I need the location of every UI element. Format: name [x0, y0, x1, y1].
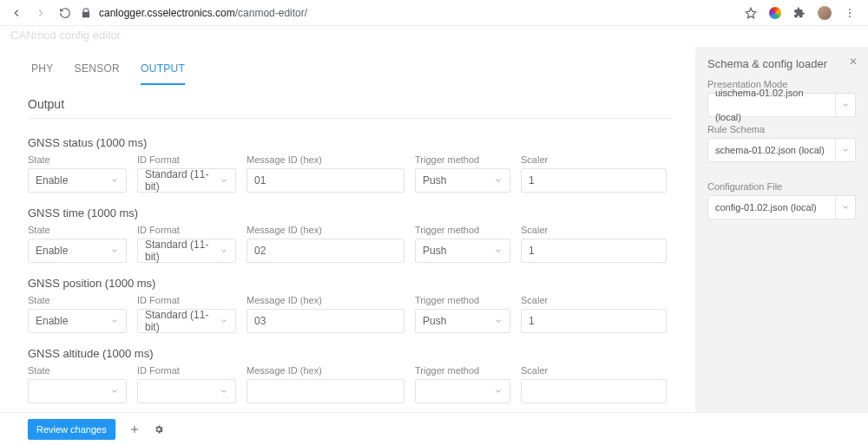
profile-avatar[interactable]	[818, 6, 832, 20]
scaler-label: Scaler	[521, 295, 667, 305]
tab-phy[interactable]: PHY	[31, 62, 54, 85]
trigger-label: Trigger method	[415, 225, 510, 235]
state-label: State	[28, 154, 127, 165]
group-title: GNSS status (1000 ms)	[28, 136, 695, 149]
scaler-input[interactable]	[521, 379, 667, 403]
state-select[interactable]	[28, 379, 127, 403]
configfile-select[interactable]: config-01.02.json (local)	[707, 195, 856, 219]
idformat-label: ID Format	[137, 225, 236, 235]
field-row: StateEnable ID FormatStandard (11-bit) M…	[28, 295, 672, 333]
chevron-down-icon	[110, 317, 119, 325]
idformat-label: ID Format	[137, 295, 236, 305]
chevron-down-icon	[494, 246, 503, 255]
group-title: GNSS time (1000 ms)	[28, 206, 695, 219]
loader-title: Schema & config loader	[707, 57, 856, 70]
tab-bar: PHY SENSOR OUTPUT	[28, 56, 695, 85]
schema-loader-panel: ✕ Schema & config loader Presentation Mo…	[695, 47, 868, 429]
chevron-down-icon	[494, 387, 503, 396]
msgid-input[interactable]	[247, 379, 404, 403]
chevron-down-icon	[110, 246, 119, 255]
close-icon[interactable]: ✕	[849, 56, 858, 68]
scaler-input[interactable]: 1	[521, 309, 667, 333]
svg-point-2	[849, 16, 851, 17]
gear-icon[interactable]	[154, 424, 164, 435]
chevron-down-icon	[220, 317, 228, 325]
msgid-label: Message ID (hex)	[247, 295, 404, 305]
chevron-down-icon	[220, 387, 228, 396]
main-form: PHY SENSOR OUTPUT Output GNSS status (10…	[0, 47, 695, 412]
msgid-input[interactable]: 01	[247, 168, 404, 193]
trigger-label: Trigger method	[415, 295, 510, 305]
scaler-label: Scaler	[521, 225, 667, 235]
trigger-select[interactable]: Push	[415, 309, 510, 333]
chevron-down-icon	[841, 146, 850, 154]
scaler-input[interactable]: 1	[521, 239, 667, 263]
presentation-select[interactable]: uischema-01.02.json (local)	[707, 93, 856, 117]
msgid-label: Message ID (hex)	[247, 225, 404, 235]
trigger-label: Trigger method	[415, 154, 510, 165]
idformat-select[interactable]: Standard (11-bit)	[137, 168, 236, 193]
msgid-input[interactable]: 02	[247, 239, 404, 263]
msgid-label: Message ID (hex)	[247, 154, 404, 165]
group-title: GNSS altitude (1000 ms)	[28, 347, 695, 360]
section-title: Output	[28, 97, 672, 119]
idformat-select[interactable]: Standard (11-bit)	[137, 309, 236, 333]
address-bar[interactable]: canlogger.csselectronics.com/canmod-edit…	[80, 7, 731, 19]
chevron-down-icon	[220, 176, 228, 185]
extension-color-icon[interactable]	[769, 7, 781, 19]
chevron-down-icon	[494, 176, 503, 185]
scaler-label: Scaler	[521, 365, 667, 376]
msgid-label: Message ID (hex)	[247, 365, 404, 376]
idformat-label: ID Format	[137, 365, 236, 376]
svg-point-0	[849, 8, 851, 10]
trigger-select[interactable]	[415, 379, 510, 403]
trigger-select[interactable]: Push	[415, 239, 510, 263]
state-select[interactable]: Enable	[28, 239, 127, 263]
star-icon[interactable]	[745, 7, 757, 19]
scaler-label: Scaler	[521, 154, 667, 165]
ruleschema-select[interactable]: schema-01.02.json (local)	[707, 138, 856, 162]
chevron-down-icon	[841, 101, 850, 109]
group-title: GNSS position (1000 ms)	[28, 277, 695, 290]
app-title: CANmod config editor	[10, 29, 858, 42]
footer-bar: Review changes	[0, 412, 868, 445]
tab-output[interactable]: OUTPUT	[141, 62, 185, 85]
lock-icon	[80, 7, 92, 19]
browser-toolbar: canlogger.csselectronics.com/canmod-edit…	[0, 0, 868, 26]
back-icon[interactable]	[10, 7, 23, 19]
chevron-down-icon	[110, 176, 119, 185]
url-text: canlogger.csselectronics.com/canmod-edit…	[99, 7, 307, 19]
menu-dots-icon[interactable]	[844, 7, 856, 19]
state-select[interactable]: Enable	[28, 309, 127, 333]
state-label: State	[28, 225, 127, 235]
idformat-select[interactable]	[137, 379, 236, 403]
tab-sensor[interactable]: SENSOR	[75, 62, 120, 85]
trigger-select[interactable]: Push	[415, 168, 510, 193]
configfile-label: Configuration File	[707, 181, 856, 192]
state-select[interactable]: Enable	[28, 168, 127, 193]
reload-icon[interactable]	[59, 7, 71, 19]
app-header: CANmod config editor	[0, 26, 868, 47]
msgid-input[interactable]: 03	[247, 309, 404, 333]
svg-point-1	[849, 12, 851, 14]
scaler-input[interactable]: 1	[521, 168, 667, 193]
state-label: State	[28, 365, 127, 376]
chevron-down-icon	[494, 317, 503, 325]
state-label: State	[28, 295, 127, 305]
trigger-label: Trigger method	[415, 365, 510, 376]
chevron-down-icon	[841, 203, 850, 212]
forward-icon[interactable]	[35, 7, 47, 19]
idformat-select[interactable]: Standard (11-bit)	[137, 239, 236, 263]
field-row: State ID Format Message ID (hex) Trigger…	[28, 365, 672, 403]
extensions-icon[interactable]	[793, 7, 806, 19]
field-row: StateEnable ID FormatStandard (11-bit) M…	[28, 225, 672, 263]
plus-icon[interactable]	[129, 424, 140, 435]
idformat-label: ID Format	[137, 154, 236, 165]
field-row: StateEnable ID FormatStandard (11-bit) M…	[28, 154, 672, 193]
chevron-down-icon	[220, 246, 228, 255]
chevron-down-icon	[110, 387, 119, 396]
review-changes-button[interactable]: Review changes	[28, 419, 115, 440]
